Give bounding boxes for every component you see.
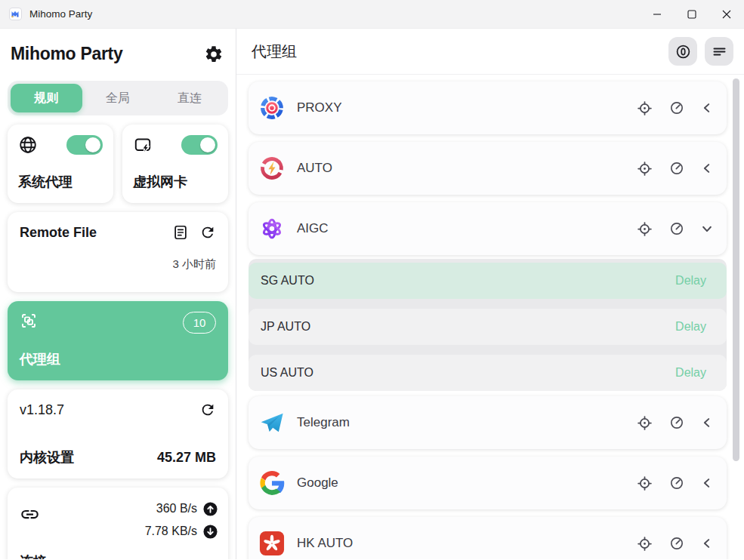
proxy-logo-icon	[259, 95, 285, 121]
proxy-delay-label[interactable]: Delay	[675, 320, 706, 334]
group-display-mode-button[interactable]	[705, 37, 733, 66]
sidebar-item-proxy-groups[interactable]: 10 代理组	[8, 301, 228, 380]
locate-current-proxy-button[interactable]	[637, 161, 653, 177]
proxy-delay-label[interactable]: Delay	[675, 274, 706, 288]
refresh-icon	[199, 402, 216, 418]
gauge-icon	[669, 536, 684, 551]
page-header: 代理组	[236, 29, 744, 74]
delay-display-button[interactable]	[668, 37, 697, 66]
outbound-mode-tabs: 规则 全局 直连	[8, 81, 228, 115]
core-restart-button[interactable]	[199, 402, 216, 418]
crosshair-icon	[637, 221, 653, 237]
minimize-button[interactable]	[640, 0, 675, 28]
expand-collapse-button[interactable]	[701, 477, 713, 489]
connections-card[interactable]: 360 B/s 7.78 KB/s 连接	[8, 488, 228, 559]
link-icon	[20, 504, 40, 542]
tab-rule[interactable]: 规则	[11, 84, 82, 112]
locate-current-proxy-button[interactable]	[637, 475, 653, 491]
proxy-group-row[interactable]: PROXY	[249, 82, 727, 134]
locate-current-proxy-button[interactable]	[637, 221, 653, 237]
expand-collapse-button[interactable]	[701, 102, 713, 114]
tab-direct[interactable]: 直连	[153, 84, 225, 112]
circled-zero-icon	[675, 44, 691, 60]
gauge-icon	[669, 100, 684, 115]
proxy-group-name: HK AUTO	[297, 536, 637, 551]
proxy-group-list: PROXY	[236, 74, 744, 559]
crosshair-icon	[637, 161, 653, 177]
titlebar: Mihomo Party	[0, 0, 744, 29]
proxy-group-name: AIGC	[297, 221, 637, 236]
core-settings-card[interactable]: v1.18.7 内核设置 45.27 MB	[8, 389, 228, 478]
proxy-group-count-badge: 10	[183, 312, 216, 334]
gauge-icon	[669, 475, 684, 491]
upload-arrow-icon	[203, 502, 218, 516]
locate-current-proxy-button[interactable]	[637, 415, 653, 431]
maximize-button[interactable]	[675, 0, 709, 28]
proxy-group-row[interactable]: HK AUTO	[249, 517, 727, 559]
telegram-logo-icon	[259, 410, 285, 435]
google-logo-icon	[259, 470, 285, 496]
proxy-delay-label[interactable]: Delay	[675, 366, 706, 380]
proxy-group-row[interactable]: AIGC	[249, 202, 727, 255]
core-memory-usage: 45.27 MB	[157, 450, 216, 466]
expand-collapse-button[interactable]	[701, 223, 713, 235]
sidebar: Mihomo Party 规则 全局 直连 系统代理	[0, 29, 236, 559]
delay-test-button[interactable]	[669, 536, 684, 551]
delay-test-button[interactable]	[669, 100, 684, 115]
gear-icon	[204, 45, 224, 64]
virtual-nic-icon	[133, 135, 153, 155]
delay-test-button[interactable]	[669, 161, 684, 176]
delay-test-button[interactable]	[669, 415, 684, 430]
delay-test-button[interactable]	[669, 221, 684, 236]
tab-global[interactable]: 全局	[82, 84, 154, 112]
system-proxy-toggle[interactable]	[66, 135, 103, 155]
proxy-group-name: AUTO	[297, 161, 637, 176]
document-icon	[172, 224, 189, 241]
chevron-left-icon	[701, 162, 713, 174]
proxy-name: US AUTO	[261, 366, 313, 380]
lightning-logo-icon	[259, 155, 285, 181]
refresh-icon	[199, 224, 216, 241]
gauge-icon	[669, 415, 684, 430]
crosshair-icon	[637, 100, 653, 116]
proxy-group-name: Google	[297, 475, 637, 491]
scrollbar-thumb[interactable]	[733, 78, 739, 461]
core-settings-label: 内核设置	[20, 448, 74, 466]
system-proxy-card[interactable]: 系统代理	[8, 125, 113, 203]
expand-collapse-button[interactable]	[701, 162, 713, 174]
proxy-item-selected[interactable]: SG AUTO Delay	[249, 263, 727, 299]
proxy-item[interactable]: JP AUTO Delay	[249, 309, 727, 345]
openai-logo-icon	[259, 216, 285, 242]
tun-label: 虚拟网卡	[133, 173, 218, 191]
tun-toggle[interactable]	[181, 135, 218, 155]
expand-collapse-button[interactable]	[701, 417, 713, 429]
proxy-name: SG AUTO	[261, 274, 314, 288]
profile-card[interactable]: Remote File 3 小时前	[8, 212, 228, 292]
profile-edit-button[interactable]	[172, 224, 189, 241]
page-title: 代理组	[252, 42, 297, 62]
proxy-group-row[interactable]: Telegram	[249, 396, 727, 449]
profile-refresh-button[interactable]	[199, 224, 216, 241]
tun-card[interactable]: 虚拟网卡	[122, 125, 228, 203]
profile-updated-time: 3 小时前	[20, 257, 216, 272]
close-button[interactable]	[709, 0, 744, 28]
locate-current-proxy-button[interactable]	[637, 536, 653, 552]
proxy-item[interactable]: US AUTO Delay	[249, 355, 727, 391]
chevron-left-icon	[701, 477, 713, 489]
proxy-group-row[interactable]: AUTO	[249, 142, 727, 195]
expanded-proxy-list: SG AUTO Delay JP AUTO Delay US AUTO Dela…	[249, 259, 727, 391]
locate-current-proxy-button[interactable]	[637, 100, 653, 116]
crosshair-icon	[637, 475, 653, 491]
crosshair-icon	[637, 415, 653, 431]
proxy-groups-page: 代理组	[236, 29, 744, 559]
proxy-group-nav-label: 代理组	[20, 350, 216, 368]
proxy-group-icon	[20, 312, 38, 330]
expand-collapse-button[interactable]	[701, 537, 713, 549]
proxy-group-name: Telegram	[297, 415, 637, 430]
core-version: v1.18.7	[20, 402, 64, 418]
app-logo-icon	[9, 8, 22, 20]
window-controls	[640, 0, 744, 28]
delay-test-button[interactable]	[669, 475, 684, 491]
proxy-group-row[interactable]: Google	[249, 457, 727, 509]
settings-button[interactable]	[204, 45, 224, 64]
